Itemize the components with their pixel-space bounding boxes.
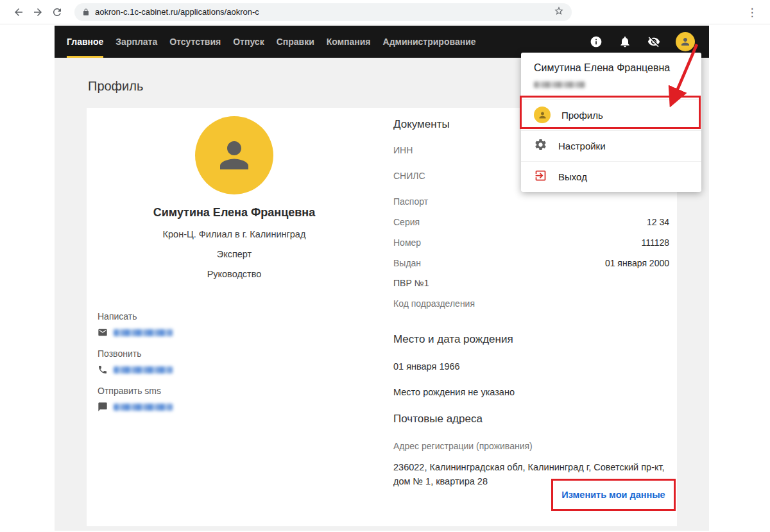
- edit-annotation-box: Изменить мои данные: [551, 479, 676, 511]
- nav-item-otpusk[interactable]: Отпуск: [233, 26, 264, 58]
- profile-name: Симутина Елена Францевна: [87, 206, 382, 219]
- number-value: 111128: [641, 237, 669, 248]
- write-label: Написать: [98, 311, 382, 322]
- birth-place: Место рождения не указано: [393, 387, 669, 397]
- nav-item-otsutstviya[interactable]: Отсутствия: [169, 26, 221, 58]
- lock-icon: [82, 8, 90, 16]
- nav-label: Администрирование: [383, 37, 476, 47]
- nav-label: Справки: [277, 37, 314, 47]
- nav-item-spravki[interactable]: Справки: [277, 26, 314, 58]
- profile-avatar-icon: [195, 116, 273, 194]
- visibility-off-icon[interactable]: [647, 35, 661, 49]
- url-text: aokron-c.1c-cabinet.ru/applications/aokr…: [95, 7, 549, 17]
- menu-item-label: Настройки: [558, 141, 606, 151]
- edit-my-data-button[interactable]: Изменить мои данные: [561, 490, 665, 500]
- nav-item-administrirovanie[interactable]: Администрирование: [383, 26, 476, 58]
- email-icon: [98, 327, 108, 338]
- nav-label: Главное: [67, 37, 103, 47]
- profile-avatar-icon: [534, 107, 551, 123]
- redacted-email: [534, 82, 585, 88]
- profile-summary: Симутина Елена Францевна Крон-Ц. Филиал …: [87, 108, 382, 423]
- menu-item-settings[interactable]: Настройки: [521, 130, 701, 161]
- address-bar[interactable]: aokron-c.1c-cabinet.ru/applications/aokr…: [74, 3, 572, 21]
- nav-label: Отсутствия: [169, 37, 221, 47]
- issued-label: Выдан: [393, 258, 421, 268]
- page-title: Профиль: [88, 79, 143, 94]
- screenshot-root: aokron-c.1c-cabinet.ru/applications/aokr…: [0, 0, 770, 532]
- phone-row[interactable]: [98, 365, 382, 375]
- dropdown-header: Симутина Елена Францевна: [521, 53, 701, 99]
- nav-label: Отпуск: [233, 37, 264, 47]
- menu-item-label: Профиль: [561, 110, 603, 121]
- notifications-bell-icon[interactable]: [618, 35, 632, 49]
- logout-icon: [534, 169, 547, 185]
- menu-item-logout[interactable]: Выход: [521, 161, 701, 192]
- issued-by: ПВР №1: [393, 278, 669, 288]
- user-dropdown-menu: Симутина Елена Францевна Профиль Настрой…: [521, 53, 701, 192]
- registration-address-label: Адрес регистрации (проживания): [393, 441, 669, 451]
- info-icon[interactable]: [589, 35, 603, 49]
- sms-icon: [98, 402, 108, 412]
- series-value: 12 34: [647, 217, 669, 227]
- birth-date: 01 января 1966: [393, 361, 669, 372]
- sms-row[interactable]: [98, 402, 382, 412]
- series-label: Серия: [393, 217, 420, 227]
- nav-item-kompaniya[interactable]: Компания: [327, 26, 371, 58]
- profile-organization: Крон-Ц. Филиал в г. Калининград: [87, 229, 382, 239]
- nav-item-zarplata[interactable]: Зарплата: [116, 26, 157, 58]
- call-label: Позвонить: [98, 348, 382, 359]
- nav-label: Зарплата: [116, 37, 157, 47]
- menu-item-profile[interactable]: Профиль: [521, 99, 701, 130]
- profile-department: Руководство: [87, 269, 382, 279]
- passport-issued-row: Выдан 01 января 2000: [393, 258, 669, 268]
- browser-menu-icon[interactable]: ⋮: [743, 3, 761, 22]
- number-label: Номер: [393, 237, 421, 248]
- settings-gear-icon: [534, 138, 547, 154]
- bookmark-star-icon[interactable]: [554, 6, 564, 19]
- nav-label: Компания: [327, 37, 371, 47]
- contact-actions: Написать Позвонить Отправить sms: [98, 311, 382, 412]
- reload-icon[interactable]: [47, 3, 67, 22]
- issued-value: 01 января 2000: [605, 258, 669, 268]
- email-row[interactable]: [98, 327, 382, 338]
- passport-series-row: Серия 12 34: [393, 217, 669, 227]
- sms-label: Отправить sms: [98, 386, 382, 396]
- redacted-email: [114, 329, 173, 336]
- profile-position: Эксперт: [87, 249, 382, 259]
- redacted-phone: [114, 366, 173, 373]
- nav-item-glavnoe[interactable]: Главное: [67, 26, 103, 58]
- forward-icon[interactable]: [28, 3, 47, 22]
- dropdown-user-email: [534, 79, 689, 90]
- browser-toolbar: aokron-c.1c-cabinet.ru/applications/aokr…: [0, 0, 770, 24]
- menu-item-label: Выход: [558, 171, 587, 182]
- back-icon[interactable]: [9, 3, 28, 22]
- user-avatar-icon[interactable]: [676, 32, 695, 51]
- passport-label: Паспорт: [393, 196, 669, 207]
- dropdown-user-name: Симутина Елена Францевна: [534, 62, 689, 74]
- redacted-sms-phone: [114, 404, 173, 411]
- birth-title: Место и дата рождения: [393, 333, 669, 346]
- phone-icon: [98, 365, 108, 375]
- division-code-label: Код подразделения: [393, 298, 669, 309]
- addresses-title: Почтовые адреса: [393, 413, 669, 425]
- passport-number-row: Номер 111128: [393, 237, 669, 248]
